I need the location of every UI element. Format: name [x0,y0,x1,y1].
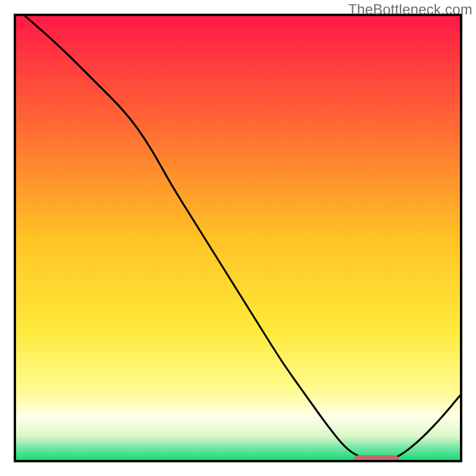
bottleneck-chart [0,0,476,476]
watermark-text: TheBottleneck.com [348,1,472,18]
plot-background [15,15,461,461]
chart-container: TheBottleneck.com [0,0,476,476]
